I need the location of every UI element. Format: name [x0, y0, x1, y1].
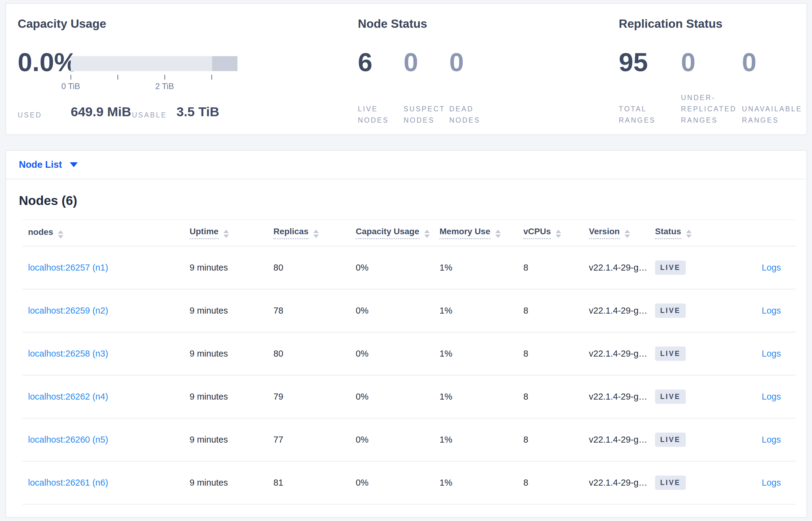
- vcpus-cell: 8: [523, 392, 589, 402]
- view-mode-dropdown[interactable]: Node List: [19, 159, 78, 170]
- logs-link[interactable]: Logs: [762, 349, 781, 358]
- capacity-usage-cell: 0%: [356, 263, 439, 273]
- sort-icon[interactable]: [556, 230, 561, 238]
- logs-link[interactable]: Logs: [762, 392, 781, 402]
- axis-tick: [211, 75, 212, 80]
- uptime-cell: 9 minutes: [190, 305, 273, 316]
- cluster-summary-card: Capacity Usage 0.0% 0 TiB 2 TiB USED 649…: [5, 3, 807, 135]
- column-header-replicas[interactable]: Replicas: [273, 227, 356, 239]
- nodes-count-title: Nodes (6): [19, 194, 77, 208]
- uptime-cell: 9 minutes: [190, 349, 273, 359]
- total-ranges-label: TOTAL RANGES: [619, 104, 665, 126]
- node-link[interactable]: localhost:26261 (n6): [28, 478, 108, 488]
- status-badge: LIVE: [655, 303, 686, 318]
- capacity-usage-cell: 0%: [356, 392, 439, 402]
- replicas-cell: 77: [273, 435, 356, 445]
- nodes-table-header: nodes Uptime Replicas Capacity Usage Mem…: [23, 220, 795, 247]
- capacity-usage-cell: 0%: [356, 478, 439, 488]
- table-row: localhost:26257 (n1) 9 minutes 80 0% 1% …: [23, 247, 795, 290]
- status-badge: LIVE: [655, 433, 686, 447]
- logs-link[interactable]: Logs: [762, 263, 781, 272]
- vcpus-cell: 8: [523, 478, 589, 488]
- suspect-nodes-label: SUSPECT NODES: [404, 104, 449, 126]
- status-badge: LIVE: [655, 260, 686, 275]
- table-row: localhost:26260 (n5) 9 minutes 77 0% 1% …: [23, 418, 795, 461]
- table-row: localhost:26258 (n3) 9 minutes 80 0% 1% …: [23, 333, 795, 376]
- sort-icon[interactable]: [624, 230, 630, 238]
- replication-status-title: Replication Status: [619, 17, 722, 30]
- sort-icon[interactable]: [223, 230, 229, 238]
- uptime-cell: 9 minutes: [190, 392, 273, 402]
- vcpus-cell: 8: [523, 263, 589, 273]
- status-badge: LIVE: [655, 346, 686, 361]
- node-status-title: Node Status: [358, 17, 427, 30]
- capacity-usage-percent: 0.0%: [18, 49, 77, 75]
- under-replicated-ranges-count: 0: [681, 49, 696, 75]
- node-link[interactable]: localhost:26260 (n5): [28, 435, 108, 445]
- used-label: USED: [18, 111, 42, 119]
- memory-use-cell: 1%: [439, 478, 523, 488]
- view-selector-header: Node List: [6, 151, 807, 179]
- column-header-uptime[interactable]: Uptime: [190, 227, 273, 239]
- version-cell: v22.1.4-29-g…: [589, 305, 655, 316]
- capacity-bar-nonusable-segment: [212, 56, 237, 71]
- caret-down-icon: [70, 162, 78, 167]
- version-cell: v22.1.4-29-g…: [589, 478, 655, 488]
- capacity-usage-cell: 0%: [356, 349, 439, 359]
- replicas-cell: 78: [273, 305, 356, 316]
- dead-nodes-label: DEAD NODES: [449, 104, 491, 126]
- column-header-nodes[interactable]: nodes: [23, 227, 190, 239]
- memory-use-cell: 1%: [439, 349, 523, 359]
- table-row: localhost:26261 (n6) 9 minutes 81 0% 1% …: [23, 461, 795, 504]
- memory-use-cell: 1%: [439, 305, 523, 316]
- axis-tick-label: 2 TiB: [151, 82, 178, 91]
- table-row: localhost:26262 (n4) 9 minutes 79 0% 1% …: [23, 376, 795, 418]
- status-badge: LIVE: [655, 389, 686, 404]
- node-list-card: Node List Nodes (6) nodes Uptime Replica…: [5, 150, 807, 518]
- view-mode-dropdown-label: Node List: [19, 159, 62, 170]
- logs-link[interactable]: Logs: [762, 305, 781, 315]
- node-link[interactable]: localhost:26257 (n1): [28, 263, 108, 272]
- axis-tick: [70, 75, 71, 80]
- replicas-cell: 80: [273, 263, 356, 273]
- sort-icon[interactable]: [58, 230, 64, 239]
- capacity-usage-cell: 0%: [356, 435, 439, 445]
- axis-tick: [164, 75, 165, 80]
- live-nodes-label: LIVE NODES: [358, 104, 399, 126]
- sort-icon[interactable]: [424, 230, 430, 238]
- node-link[interactable]: localhost:26258 (n3): [28, 349, 108, 358]
- memory-use-cell: 1%: [439, 263, 523, 273]
- column-header-version[interactable]: Version: [589, 227, 655, 239]
- sort-icon[interactable]: [686, 230, 692, 238]
- axis-tick-label: 0 TiB: [57, 82, 85, 91]
- vcpus-cell: 8: [523, 305, 589, 316]
- version-cell: v22.1.4-29-g…: [589, 435, 655, 445]
- usable-value: 3.5 TiB: [176, 104, 219, 119]
- suspect-nodes-count: 0: [404, 49, 418, 75]
- version-cell: v22.1.4-29-g…: [589, 263, 655, 273]
- column-header-capacity-usage[interactable]: Capacity Usage: [356, 227, 439, 239]
- logs-link[interactable]: Logs: [762, 435, 781, 445]
- node-link[interactable]: localhost:26259 (n2): [28, 305, 108, 315]
- sort-icon[interactable]: [313, 230, 319, 238]
- status-badge: LIVE: [655, 476, 686, 490]
- live-nodes-count: 6: [358, 49, 373, 75]
- vcpus-cell: 8: [523, 349, 589, 359]
- replicas-cell: 80: [273, 349, 356, 359]
- column-header-vcpus[interactable]: vCPUs: [523, 227, 589, 239]
- unavailable-ranges-label: UNAVAILABLE RANGES: [742, 104, 812, 126]
- logs-link[interactable]: Logs: [762, 478, 781, 488]
- node-link[interactable]: localhost:26262 (n4): [28, 392, 108, 402]
- table-row: localhost:26259 (n2) 9 minutes 78 0% 1% …: [23, 290, 795, 333]
- used-value: 649.9 MiB: [71, 104, 131, 119]
- uptime-cell: 9 minutes: [190, 263, 273, 273]
- capacity-usage-cell: 0%: [356, 305, 439, 316]
- memory-use-cell: 1%: [439, 392, 523, 402]
- under-replicated-ranges-label: UNDER-REPLICATED RANGES: [681, 92, 746, 126]
- column-header-memory-use[interactable]: Memory Use: [439, 227, 523, 239]
- sort-icon[interactable]: [495, 230, 501, 238]
- uptime-cell: 9 minutes: [190, 478, 273, 488]
- uptime-cell: 9 minutes: [190, 435, 273, 445]
- column-header-status[interactable]: Status: [655, 227, 717, 239]
- dead-nodes-count: 0: [449, 49, 464, 75]
